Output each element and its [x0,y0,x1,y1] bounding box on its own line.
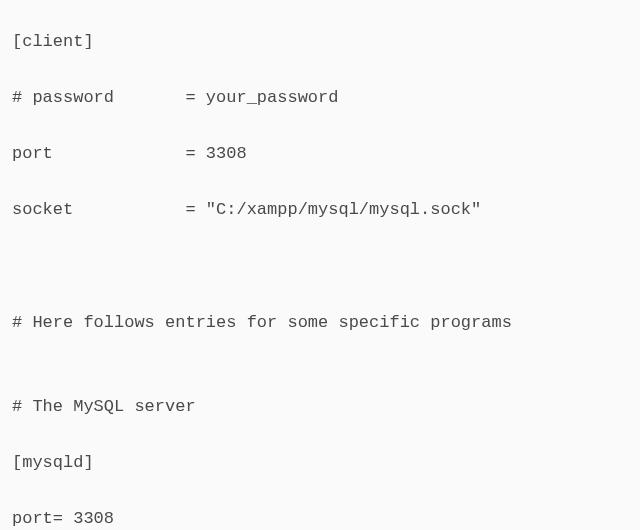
config-line: socket = "C:/xampp/mysql/mysql.sock" [12,196,628,224]
config-line: [client] [12,28,628,56]
config-line: port = 3308 [12,140,628,168]
config-line: [mysqld] [12,449,628,477]
config-line: # Here follows entries for some specific… [12,309,628,337]
config-line: # The MySQL server [12,393,628,421]
config-line: # password = your_password [12,84,628,112]
mysql-config-file: [client] # password = your_password port… [12,0,628,530]
config-line: port= 3308 [12,505,628,530]
